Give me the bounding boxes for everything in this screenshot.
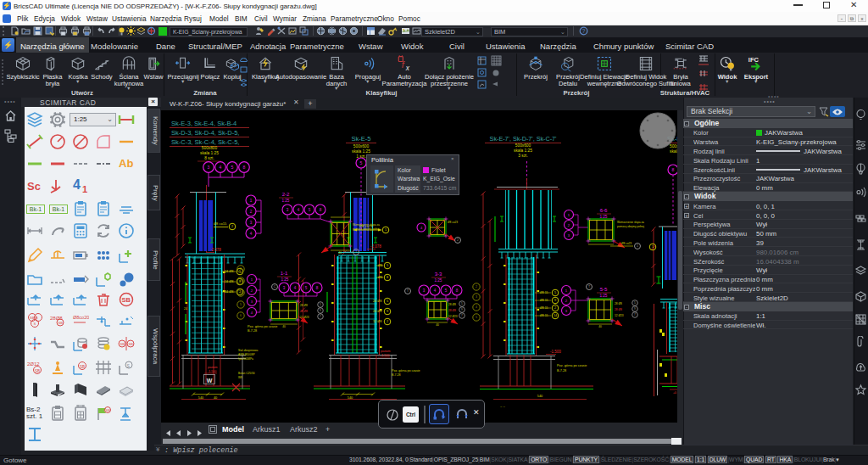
svg-text:f: f [402, 59, 405, 70]
svg-text:-1.500: -1.500 [550, 350, 561, 354]
svg-text:7: 7 [320, 315, 321, 318]
svg-text:7: 7 [461, 314, 463, 317]
svg-text:7: 7 [634, 313, 636, 317]
svg-text:+0: +0 [673, 391, 676, 395]
svg-text:3-3: 3-3 [435, 272, 442, 277]
svg-text:x: x [405, 64, 410, 72]
svg-text:Sk-D-3, Sk-D-4, Sk-D-5,: Sk-D-3, Sk-D-4, Sk-D-5, [171, 129, 239, 137]
svg-text:5-5: 5-5 [600, 287, 608, 292]
svg-text:4: 4 [220, 165, 222, 170]
svg-text:5: 5 [554, 291, 556, 294]
svg-text:Stal zbrojeniowa: Stal zbrojeniowa [238, 349, 259, 352]
svg-text:12 Ø23: 12 Ø23 [448, 315, 458, 318]
svg-text:S: S [127, 363, 131, 368]
svg-text:2: 2 [355, 250, 357, 254]
svg-text:5: 5 [476, 316, 477, 319]
svg-text:2Ø12: 2Ø12 [27, 361, 40, 367]
svg-text:fyk=500MPa: fyk=500MPa [238, 357, 253, 361]
svg-text:Sk-E-7', Sk-D-7', Sk-C-7': Sk-E-7', Sk-D-7', Sk-C-7' [490, 135, 557, 143]
svg-text:AIIIN B500SP: AIIIN B500SP [238, 353, 255, 356]
svg-text:SB: SB [35, 369, 40, 373]
svg-text:28 Ø8: 28 Ø8 [448, 309, 456, 312]
svg-text:40: 40 [436, 323, 439, 327]
svg-text:9: 9 [387, 310, 388, 313]
svg-text:28 Ø8: 28 Ø8 [300, 310, 308, 313]
svg-text:12 Ø23: 12 Ø23 [615, 314, 624, 317]
svg-text:Poz. górna po czasie: Poz. górna po czasie [248, 325, 277, 328]
svg-text:Ø8 co23: Ø8 co23 [448, 221, 458, 224]
svg-text:1: 1 [637, 244, 638, 248]
svg-text:SB: SB [80, 365, 85, 369]
svg-text:SB: SB [129, 342, 134, 346]
svg-text:S: S [34, 322, 36, 326]
svg-text:SB: SB [122, 296, 131, 304]
svg-text:5: 5 [387, 300, 388, 303]
svg-text:12 Ø23: 12 Ø23 [300, 316, 309, 319]
svg-text:-1.500: -1.500 [381, 354, 389, 357]
svg-text:B: B [36, 316, 38, 320]
svg-text:-2.078: -2.078 [370, 244, 381, 249]
svg-text:9: 9 [461, 308, 463, 311]
svg-text:Ø8 co15: Ø8 co15 [214, 221, 227, 226]
svg-text:2-2: 2-2 [282, 192, 290, 197]
svg-text:SB: SB [120, 342, 125, 346]
svg-text:2: 2 [554, 306, 556, 310]
svg-text:Ø8co200: Ø8co200 [73, 315, 89, 320]
svg-text:2: 2 [457, 238, 459, 242]
svg-text:1-1: 1-1 [281, 271, 288, 276]
svg-text:9: 9 [320, 309, 321, 312]
svg-text:2: 2 [231, 225, 233, 228]
svg-text:Sk-E-3, Sk-E-4, Sk-B-4: Sk-E-3, Sk-E-4, Sk-B-4 [171, 120, 236, 127]
svg-text:28 Ø8: 28 Ø8 [615, 308, 622, 311]
svg-text:5: 5 [387, 264, 388, 267]
svg-text:14: 14 [554, 314, 557, 317]
svg-text:500x800: 500x800 [202, 146, 218, 150]
svg-text:Sk-E-5: Sk-E-5 [352, 135, 371, 143]
svg-text:8: 8 [387, 276, 388, 279]
svg-text:24: 24 [184, 307, 187, 311]
svg-text:540: 540 [537, 395, 542, 398]
svg-text:24 Ø8: 24 Ø8 [373, 300, 381, 303]
svg-text:2: 2 [476, 285, 477, 289]
svg-text:SB: SB [30, 316, 35, 320]
svg-text:skala: skala [670, 149, 677, 154]
svg-text:3 szt.: 3 szt. [518, 154, 527, 158]
svg-text:5: 5 [360, 160, 363, 165]
svg-text:5: 5 [320, 303, 321, 306]
svg-text:500x600: 500x600 [353, 144, 370, 148]
svg-text:poziom: poziom [208, 366, 218, 369]
svg-text:SB: SB [58, 321, 64, 325]
svg-text:500x600: 500x600 [515, 143, 531, 148]
svg-text:28 Ø8: 28 Ø8 [448, 303, 456, 306]
svg-text:1: 1 [385, 228, 387, 232]
svg-text:8: 8 [243, 165, 246, 170]
svg-text:B-7.28: B-7.28 [248, 329, 257, 333]
svg-text:40: 40 [598, 325, 602, 328]
svg-text:5: 5 [231, 165, 234, 170]
svg-text:2: 2 [240, 267, 242, 271]
svg-text:Beton C25/30: Beton C25/30 [238, 372, 255, 375]
svg-text:Sk-C-3, Sk-C-4, Sk-C-5,: Sk-C-3, Sk-C-4, Sk-C-5, [171, 138, 239, 146]
svg-text:8: 8 [672, 167, 675, 172]
svg-text:12 Ø8: 12 Ø8 [373, 320, 381, 323]
svg-text:4: 4 [240, 291, 242, 294]
svg-text:pomocą obejmy pełnej: pomocą obejmy pełnej [353, 227, 380, 231]
svg-text:2: 2 [387, 320, 388, 323]
svg-text:5: 5 [240, 303, 242, 306]
svg-text:3: 3 [208, 165, 210, 170]
svg-text:W8: W8 [238, 376, 242, 379]
svg-text:W: W [207, 378, 213, 384]
svg-text:1:25: 1:25 [600, 215, 608, 219]
svg-text:500x800: 500x800 [670, 144, 677, 148]
svg-text:Poz. górna po czasie: Poz. górna po czasie [557, 364, 587, 367]
svg-text:skala 1:25: skala 1:25 [200, 151, 219, 155]
svg-text:5: 5 [634, 301, 636, 305]
svg-text:1:25: 1:25 [282, 199, 290, 203]
svg-text:Wzmocnienie słupa za: Wzmocnienie słupa za [617, 221, 644, 224]
svg-text:-2.078: -2.078 [210, 248, 221, 252]
svg-text:4: 4 [476, 305, 477, 309]
svg-text:5: 5 [461, 302, 463, 305]
svg-text:24 Ø8: 24 Ø8 [373, 310, 381, 313]
svg-text:IFC: IFC [748, 56, 760, 64]
svg-text:3: 3 [476, 295, 477, 299]
